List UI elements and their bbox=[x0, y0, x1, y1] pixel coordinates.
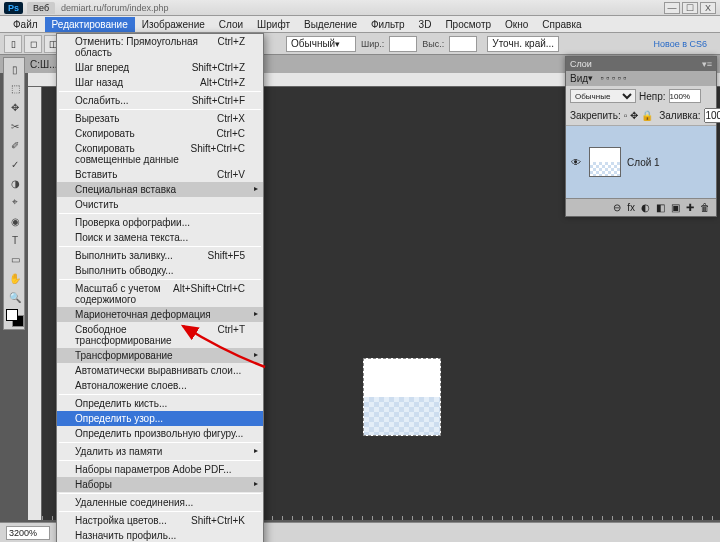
menu-item: Поиск и замена текста... bbox=[57, 230, 263, 245]
layers-panel: Слои▾≡ Вид ▾ ▫ ▫ ▫ ▫ ▫ Обычные Непр: Зак… bbox=[565, 56, 717, 217]
menu-item[interactable]: Выполнить заливку...Shift+F5 bbox=[57, 248, 263, 263]
menu-item[interactable]: СкопироватьCtrl+C bbox=[57, 126, 263, 141]
layers-panel-title: Слои bbox=[570, 59, 592, 69]
tool-button[interactable]: ✋ bbox=[6, 269, 24, 287]
lock-all-icon[interactable]: 🔒 bbox=[641, 110, 653, 121]
menu-item[interactable]: Масштаб с учетом содержимогоAlt+Shift+Ct… bbox=[57, 281, 263, 307]
color-swatches[interactable] bbox=[6, 309, 24, 327]
menu-item[interactable]: Трансформирование bbox=[57, 348, 263, 363]
menu-редактирование[interactable]: Редактирование bbox=[45, 17, 135, 32]
close-button[interactable]: X bbox=[700, 2, 716, 14]
tool-preset-icon[interactable]: ▯ bbox=[4, 35, 22, 53]
width-label: Шир.: bbox=[358, 39, 387, 49]
opacity-input[interactable] bbox=[669, 89, 701, 103]
menu-шрифт[interactable]: Шрифт bbox=[250, 17, 297, 32]
layer-action-icon[interactable]: 🗑 bbox=[700, 202, 710, 213]
blend-mode-select[interactable]: Обычные bbox=[570, 89, 636, 103]
toolbox: ▯⬚✥✂✐✓◑⌖◉T▭✋🔍 bbox=[3, 57, 25, 330]
menu-item[interactable]: Выполнить обводку... bbox=[57, 263, 263, 278]
promo-link[interactable]: Новое в CS6 bbox=[651, 39, 711, 49]
menu-item[interactable]: Наборы bbox=[57, 477, 263, 492]
layer-name[interactable]: Слой 1 bbox=[627, 157, 660, 168]
ruler-vertical bbox=[28, 87, 42, 520]
menu-item[interactable]: Удалить из памяти bbox=[57, 444, 263, 459]
menu-item: Определить произвольную фигуру... bbox=[57, 426, 263, 441]
tool-button[interactable]: ⌖ bbox=[6, 193, 24, 211]
layer-action-icon[interactable]: ▣ bbox=[671, 202, 680, 213]
menu-слои[interactable]: Слои bbox=[212, 17, 250, 32]
tool-button[interactable]: 🔍 bbox=[6, 288, 24, 306]
menu-item[interactable]: Свободное трансформированиеCtrl+T bbox=[57, 322, 263, 348]
edit-menu-dropdown: Отменить: Прямоугольная областьCtrl+ZШаг… bbox=[56, 33, 264, 542]
menu-item: Автоналожение слоев... bbox=[57, 378, 263, 393]
zoom-input[interactable] bbox=[6, 526, 50, 540]
menu-item[interactable]: Назначить профиль... bbox=[57, 528, 263, 542]
menu-item[interactable]: Специальная вставка bbox=[57, 182, 263, 197]
selection-marquee bbox=[363, 358, 441, 436]
maximize-button[interactable]: ☐ bbox=[682, 2, 698, 14]
menu-item[interactable]: Отменить: Прямоугольная областьCtrl+Z bbox=[57, 34, 263, 60]
menu-item[interactable]: Шаг впередShift+Ctrl+Z bbox=[57, 60, 263, 75]
app-logo: Ps bbox=[4, 2, 23, 14]
layer-row[interactable]: 👁 Слой 1 bbox=[566, 126, 716, 198]
menu-item[interactable]: Наборы параметров Adobe PDF... bbox=[57, 462, 263, 477]
menu-item[interactable]: Скопировать совмещенные данныеShift+Ctrl… bbox=[57, 141, 263, 167]
width-input[interactable] bbox=[389, 36, 417, 52]
selection-new-icon[interactable]: ◻ bbox=[24, 35, 42, 53]
height-input[interactable] bbox=[449, 36, 477, 52]
menu-3d[interactable]: 3D bbox=[412, 17, 439, 32]
layer-action-icon[interactable]: ⊖ bbox=[613, 202, 621, 213]
menu-item[interactable]: Шаг назадAlt+Ctrl+Z bbox=[57, 75, 263, 90]
tool-button[interactable]: ◉ bbox=[6, 212, 24, 230]
menu-просмотр[interactable]: Просмотр bbox=[438, 17, 498, 32]
menu-фильтр[interactable]: Фильтр bbox=[364, 17, 412, 32]
menu-item[interactable]: ВырезатьCtrl+X bbox=[57, 111, 263, 126]
menu-изображение[interactable]: Изображение bbox=[135, 17, 212, 32]
layer-thumbnail bbox=[589, 147, 621, 177]
menu-item[interactable]: Определить кисть... bbox=[57, 396, 263, 411]
height-label: Выс.: bbox=[419, 39, 447, 49]
url-text: demiart.ru/forum/index.php bbox=[61, 3, 664, 13]
tool-button[interactable]: ✥ bbox=[6, 98, 24, 116]
menu-item[interactable]: Настройка цветов...Shift+Ctrl+K bbox=[57, 513, 263, 528]
tool-button[interactable]: T bbox=[6, 231, 24, 249]
panel-menu-icon[interactable]: ▾≡ bbox=[702, 59, 712, 69]
lock-pixels-icon[interactable]: ▫ bbox=[624, 110, 628, 121]
kind-filter[interactable]: Вид bbox=[570, 73, 588, 84]
layer-action-icon[interactable]: ◐ bbox=[641, 202, 650, 213]
minimize-button[interactable]: — bbox=[664, 2, 680, 14]
lock-label: Закрепить: bbox=[570, 110, 621, 121]
menu-окно[interactable]: Окно bbox=[498, 17, 535, 32]
opacity-label: Непр: bbox=[639, 91, 666, 102]
tool-button[interactable]: ✂ bbox=[6, 117, 24, 135]
tool-button[interactable]: ✓ bbox=[6, 155, 24, 173]
tool-button[interactable]: ⬚ bbox=[6, 79, 24, 97]
fill-input[interactable] bbox=[704, 108, 721, 123]
style-select[interactable]: Обычный ▾ bbox=[286, 36, 356, 52]
menu-item: Проверка орфографии... bbox=[57, 215, 263, 230]
menubar: ФайлРедактированиеИзображениеСлоиШрифтВы… bbox=[0, 16, 720, 33]
refine-edge-button[interactable]: Уточн. край... bbox=[487, 36, 559, 52]
menu-item: Автоматически выравнивать слои... bbox=[57, 363, 263, 378]
tool-button[interactable]: ▯ bbox=[6, 60, 24, 78]
layer-action-icon[interactable]: ◧ bbox=[656, 202, 665, 213]
menu-выделение[interactable]: Выделение bbox=[297, 17, 364, 32]
menu-item[interactable]: Удаленные соединения... bbox=[57, 495, 263, 510]
menu-item[interactable]: Определить узор... bbox=[57, 411, 263, 426]
menu-item[interactable]: Марионеточная деформация bbox=[57, 307, 263, 322]
menu-файл[interactable]: Файл bbox=[6, 17, 45, 32]
menu-item[interactable]: Очистить bbox=[57, 197, 263, 212]
layer-action-icon[interactable]: fx bbox=[627, 202, 635, 213]
menu-item[interactable]: ВставитьCtrl+V bbox=[57, 167, 263, 182]
menu-справка[interactable]: Справка bbox=[535, 17, 588, 32]
tool-button[interactable]: ▭ bbox=[6, 250, 24, 268]
layer-action-icon[interactable]: ✚ bbox=[686, 202, 694, 213]
fill-label: Заливка: bbox=[659, 110, 700, 121]
lock-position-icon[interactable]: ✥ bbox=[630, 110, 638, 121]
tab-label: Веб bbox=[27, 2, 55, 14]
visibility-icon[interactable]: 👁 bbox=[569, 157, 583, 168]
menu-item: Ослабить...Shift+Ctrl+F bbox=[57, 93, 263, 108]
tool-button[interactable]: ✐ bbox=[6, 136, 24, 154]
tool-button[interactable]: ◑ bbox=[6, 174, 24, 192]
